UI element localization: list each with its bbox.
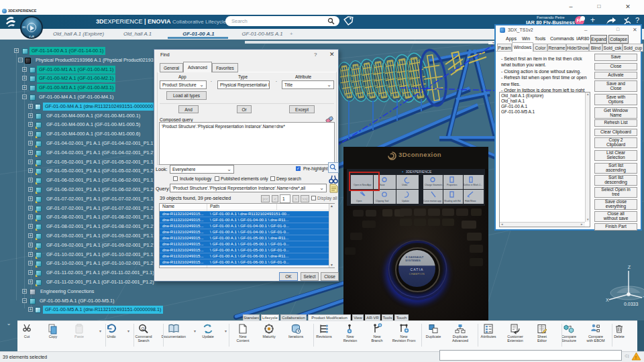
svg-text:Open: Open <box>356 200 362 202</box>
svg-text:!: ! <box>635 355 637 361</box>
svg-text:Clipping Tool: Clipping Tool <box>376 200 389 202</box>
svg-text:Properties: Properties <box>447 184 458 186</box>
svg-text:Update: Update <box>402 200 409 202</box>
svg-text:Hide/Show: Hide/Show <box>465 200 476 202</box>
svg-text:0.0333: 0.0333 <box>624 302 639 306</box>
svg-text:Z: Z <box>628 265 631 269</box>
svg-text:Save: Save <box>380 184 385 186</box>
svg-text:Q: Q <box>142 326 145 330</box>
svg-text:Undo: Undo <box>402 184 407 186</box>
svg-text:Define in Work J...: Define in Work J... <box>464 184 482 186</box>
svg-text:Charge Geometri...: Charge Geometri... <box>425 184 444 186</box>
svg-text:Shading with Ed: Shading with Ed <box>444 200 461 202</box>
svg-text:Curve motion app: Curve motion app <box>423 200 441 202</box>
svg-text:X: X <box>606 298 609 302</box>
